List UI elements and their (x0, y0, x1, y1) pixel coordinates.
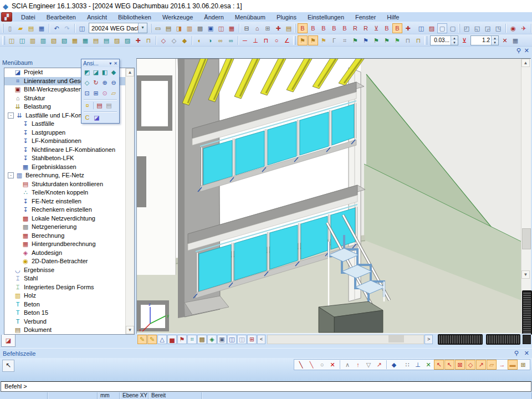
filter-f10-icon[interactable]: ⚑ (392, 35, 402, 45)
toggle-pair-2-icon[interactable]: ◑ (205, 35, 215, 45)
table-editor-icon[interactable]: ◫ (216, 23, 226, 33)
tree-item-dokument[interactable]: ▤Dokument (4, 326, 134, 335)
command-input[interactable]: Befehl > (1, 381, 531, 392)
toolbar-grip[interactable] (2, 24, 3, 33)
snap-delete-icon[interactable]: ✕ (328, 360, 337, 370)
cross-snap-icon[interactable]: ✕ (423, 360, 433, 370)
grid-snap-icon[interactable]: ∷ (402, 360, 412, 370)
redo-icon[interactable]: ↷ (62, 23, 72, 33)
fly-mode-icon[interactable]: ✈ (519, 23, 529, 33)
scroll-left-icon[interactable]: < (257, 335, 265, 344)
pin-icon[interactable]: ⚲ (516, 47, 521, 54)
show-member-system-icon[interactable]: ▦ (70, 35, 80, 45)
tree-item-stahlbeton-lfk[interactable]: ↧Stahlbeton-LFK (4, 154, 134, 163)
window-corner-1-icon[interactable]: ◰ (462, 23, 472, 33)
member-curve-icon[interactable]: R (361, 23, 371, 33)
snap-intersection-icon[interactable]: ⊠ (455, 360, 465, 370)
view-y-icon[interactable]: ◪ (91, 68, 100, 77)
snap-plane-icon[interactable]: ▽ (364, 360, 374, 370)
show-supports-icon[interactable]: ▥ (38, 35, 48, 45)
menu-bibliotheken[interactable]: Bibliotheken (112, 13, 157, 22)
show-labels-all-icon[interactable]: ⊓ (144, 35, 154, 45)
scroll-right-icon[interactable]: > (424, 335, 433, 344)
zoom-out-icon[interactable]: ⊖ (109, 78, 118, 88)
vscroll-thumb[interactable] (522, 228, 531, 249)
tree-item-lf-kombinationen[interactable]: ↧LF-Kombinationen (4, 137, 134, 146)
view-floating-toolbar[interactable]: Ansi... ▾ ✕ ◩◪◧◆◇↻⊕⊖⊡⊞⊙▱¤▤▤C◪ (81, 59, 120, 124)
wireframe-toggle-icon[interactable]: ✎ (137, 335, 147, 344)
line-tool-icon[interactable]: ─ (240, 35, 250, 45)
tree-item-rechenkern-einstellen[interactable]: ↧Rechenkern einstellen (4, 206, 134, 214)
viewport-vscrollbar[interactable]: ▲ ▼ (521, 59, 531, 334)
document-icon[interactable]: ▣ (206, 23, 216, 33)
snap-midpoint-icon[interactable]: ↖ (444, 360, 454, 370)
text-display-icon[interactable]: ⌗ (187, 335, 197, 344)
menu-plugins[interactable]: Plugins (271, 13, 302, 22)
undo-icon[interactable]: ↶ (52, 23, 62, 33)
paperspace-icon[interactable]: ▩ (195, 23, 205, 33)
view-axo-icon[interactable]: ◆ (109, 68, 118, 77)
toolbar-grip[interactable] (295, 24, 296, 33)
perpendicular-tool-icon[interactable]: ⊥ (250, 35, 260, 45)
tree-scrollbar[interactable]: ▲ ▼ (125, 68, 134, 334)
window-corner-2-icon[interactable]: ◱ (472, 23, 482, 33)
filter-f1-icon[interactable]: ⚑ (298, 35, 308, 45)
reset-scale-icon[interactable]: ✕ (500, 35, 510, 45)
save-icon[interactable]: ▦ (37, 23, 47, 33)
tree-item-strukturdaten-kontrollieren[interactable]: ▤Strukturdaten kontrollieren (4, 180, 134, 189)
menu-datei[interactable]: Datei (16, 13, 41, 22)
picture-gallery-icon[interactable]: ▥ (185, 23, 195, 33)
connect-members-icon[interactable]: B (319, 23, 329, 33)
close-icon[interactable]: ✕ (524, 47, 529, 54)
menu-werkzeuge[interactable]: Werkzeuge (157, 13, 198, 22)
tree-item-ergebnisklassen[interactable]: ▦Ergebnisklassen (4, 163, 134, 172)
toolbar-grip[interactable] (2, 36, 5, 45)
tree-item-berechnung[interactable]: ▦Berechnung (4, 232, 134, 241)
tree-item-lastgruppen[interactable]: ↧Lastgruppen (4, 129, 134, 137)
fast-adjust-1-icon[interactable]: ◇ (158, 35, 168, 45)
zoom-window-icon[interactable]: ⊡ (83, 89, 91, 98)
ortho-snap-icon[interactable]: ⊥ (413, 360, 423, 370)
show-node-labels-icon[interactable]: ▤ (91, 35, 101, 45)
render-settings-icon[interactable]: ▤ (95, 101, 104, 110)
calculator-icon[interactable]: ⊞ (263, 23, 273, 33)
binocular-1-icon[interactable]: ∞ (216, 35, 226, 45)
cursor-tool-button[interactable]: ↖ (2, 360, 14, 372)
sidebar-tab-menubaum[interactable]: ◪ (1, 335, 16, 347)
snap-direction-icon[interactable]: ↗ (374, 360, 384, 370)
spin-down-icon[interactable]: ▼ (451, 40, 458, 45)
snap-line-point-icon[interactable]: → (497, 360, 507, 370)
view-pan-bar[interactable] (438, 334, 483, 345)
chevron-down-icon[interactable]: ▾ (109, 61, 111, 66)
load-scale-icon[interactable]: ⊻ (459, 35, 469, 45)
show-load-labels-icon[interactable]: ▧ (59, 35, 69, 45)
mesh-display-icon[interactable]: ◈ (207, 335, 217, 344)
save-all-icon[interactable]: ▤ (26, 23, 36, 33)
view-settings-icon[interactable]: ◫ (237, 335, 247, 344)
spin-up-icon[interactable]: ▲ (451, 36, 458, 40)
tree-item-beton-15[interactable]: TBeton 15 (4, 309, 134, 318)
snap-endpoint-icon[interactable]: ↖ (434, 360, 444, 370)
snap-arc-center-icon[interactable]: ↗ (476, 360, 486, 370)
filter-f7-icon[interactable]: ⚑ (361, 35, 371, 45)
filter-f12-icon[interactable]: ⊓ (413, 35, 423, 45)
center-point-icon[interactable]: ✚ (403, 23, 413, 33)
snap-vertical-icon[interactable]: ↑ (353, 360, 363, 370)
menu-ändern[interactable]: Ändern (198, 13, 229, 22)
scroll-down-icon[interactable]: ▼ (521, 270, 530, 279)
tree-item-nichtlineare-lf-kombinationen[interactable]: ↧Nichtlineare LF-Kombinationen (4, 146, 134, 155)
tree-item-beton[interactable]: TBeton (4, 300, 134, 309)
window-corner-3-icon[interactable]: ◲ (483, 23, 493, 33)
project-browser-icon[interactable]: ◫ (77, 23, 87, 33)
snap-free-line-icon[interactable]: ╲ (306, 360, 316, 370)
menu-hilfe[interactable]: Hilfe (381, 13, 405, 22)
pin-icon[interactable]: ⚲ (514, 350, 519, 357)
spinner-arrows[interactable]: ▲▼ (451, 36, 458, 45)
visibility-f8-icon[interactable]: ▢ (448, 23, 458, 33)
snap-line-icon[interactable]: ╲ (296, 360, 306, 370)
scroll-down-icon[interactable]: ▼ (126, 326, 134, 334)
hscroll-thumb[interactable] (388, 335, 404, 342)
tree-item-stahl[interactable]: ⌶Stahl (4, 274, 134, 283)
light-icon[interactable]: ¤ (83, 101, 92, 110)
viewport-3d[interactable]: z y x ▲ ▼ (136, 58, 531, 334)
